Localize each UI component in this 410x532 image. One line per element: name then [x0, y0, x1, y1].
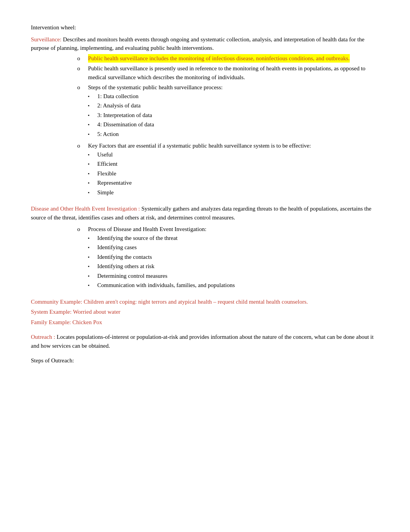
process-step-5: ▪Determining control measures [88, 272, 235, 280]
key-factors-list: ▪Useful ▪Efficient ▪Flexible ▪Representa… [88, 150, 132, 198]
outreach-colon: : [52, 334, 55, 340]
system-example-text: Worried about water [71, 309, 120, 315]
sq-icon: ▪ [88, 243, 95, 251]
surveillance-bullet-1-text: Public health surveillance includes the … [88, 54, 350, 63]
step-1: ▪1: Data collection [88, 92, 154, 101]
process-step-6: ▪Communication with individuals, familie… [88, 281, 235, 290]
bullet-o-icon: o [77, 54, 85, 63]
process-step-2: ▪Identifying cases [88, 243, 235, 252]
outreach-label: Outreach [31, 334, 52, 340]
sq-icon: ▪ [88, 160, 95, 167]
bullet-o-icon: o [77, 225, 85, 234]
bullet-o-icon: o [77, 64, 85, 73]
surveillance-bullet-4-text: Key Factors that are essential if a syst… [88, 141, 311, 150]
sq-icon: ▪ [88, 150, 95, 158]
community-example-text: Children aren't coping: night terrors an… [82, 299, 308, 305]
surveillance-bullet-3-text: Steps of the systematic public health su… [88, 83, 223, 92]
surveillance-bullet-2-text: Public health surveillance is presently … [88, 64, 379, 82]
step-4: ▪4: Dissemination of data [88, 120, 154, 129]
disease-para: Disease and Other Health Event Investiga… [31, 204, 379, 222]
family-example-para: Family Example: Chicken Pox [31, 318, 379, 327]
process-steps: ▪Identifying the source of the threat ▪I… [88, 234, 235, 291]
process-step-1: ▪Identifying the source of the threat [88, 234, 235, 243]
surveillance-label: Surveillance: [31, 36, 61, 42]
bullet-o-icon: o [77, 141, 85, 150]
surveillance-bullets: o Public health surveillance includes th… [77, 54, 379, 199]
surveillance-bullet-4: o Key Factors that are essential if a sy… [77, 141, 379, 198]
outreach-description: Locates populations-of-interest or popul… [31, 334, 374, 349]
bullet-o-icon: o [77, 83, 85, 92]
factor-5: ▪Simple [88, 188, 132, 197]
steps-of-outreach-section: Steps of Outreach: [31, 356, 379, 365]
factor-3: ▪Flexible [88, 169, 132, 178]
community-section: Community Example: Children aren't copin… [31, 297, 379, 327]
sq-icon: ▪ [88, 130, 95, 138]
process-step-4: ▪Identifying others at risk [88, 262, 235, 271]
steps-list: ▪1: Data collection ▪2: Analysis of data… [88, 92, 154, 139]
outreach-para: Outreach : Locates populations-of-intere… [31, 333, 379, 350]
system-example-para: System Example: Worried about water [31, 308, 379, 316]
factor-2: ▪Efficient [88, 160, 132, 168]
outreach-section: Outreach : Locates populations-of-intere… [31, 333, 379, 350]
disease-section: Disease and Other Health Event Investiga… [31, 204, 379, 291]
sq-icon: ▪ [88, 188, 95, 196]
sq-icon: ▪ [88, 169, 95, 177]
factor-1: ▪Useful [88, 150, 132, 159]
surveillance-bullet-2: o Public health surveillance is presentl… [77, 64, 379, 82]
sq-icon: ▪ [88, 272, 95, 279]
surveillance-bullet-3: o Steps of the systematic public health … [77, 83, 379, 140]
sq-icon: ▪ [88, 281, 95, 289]
sq-icon: ▪ [88, 92, 95, 100]
process-step-3: ▪Identifying the contacts [88, 253, 235, 262]
family-example-label: Family Example: [31, 319, 71, 325]
surveillance-para: Surveillance: Describes and monitors hea… [31, 35, 379, 53]
sq-icon: ▪ [88, 120, 95, 128]
step-3: ▪3: Interpretation of data [88, 111, 154, 120]
factor-4: ▪Representative [88, 178, 132, 187]
intervention-wheel-text: Intervention wheel: [31, 23, 379, 32]
sq-icon: ▪ [88, 234, 95, 241]
system-example-label: System Example: [31, 309, 71, 315]
intervention-wheel-label: Intervention wheel: [31, 23, 379, 32]
sq-icon: ▪ [88, 253, 95, 260]
surveillance-section: Surveillance: Describes and monitors hea… [31, 35, 379, 199]
disease-label: Disease and Other Health Event Investiga… [31, 206, 137, 212]
disease-process-list: o Process of Disease and Health Event In… [77, 225, 379, 291]
surveillance-bullet-1: o Public health surveillance includes th… [77, 54, 379, 63]
sq-icon: ▪ [88, 262, 95, 270]
steps-of-outreach-label: Steps of Outreach: [31, 356, 379, 365]
sq-icon: ▪ [88, 111, 95, 119]
community-example-para: Community Example: Children aren't copin… [31, 297, 379, 306]
community-example-label: Community Example: [31, 299, 82, 305]
disease-process-item: o Process of Disease and Health Event In… [77, 225, 379, 291]
step-5: ▪5: Action [88, 130, 154, 139]
sq-icon: ▪ [88, 178, 95, 186]
step-2: ▪2: Analysis of data [88, 101, 154, 110]
surveillance-description: Describes and monitors health events thr… [31, 36, 364, 51]
sq-icon: ▪ [88, 101, 95, 109]
process-label: Process of Disease and Health Event Inve… [88, 225, 207, 234]
family-example-text: Chicken Pox [71, 319, 102, 325]
